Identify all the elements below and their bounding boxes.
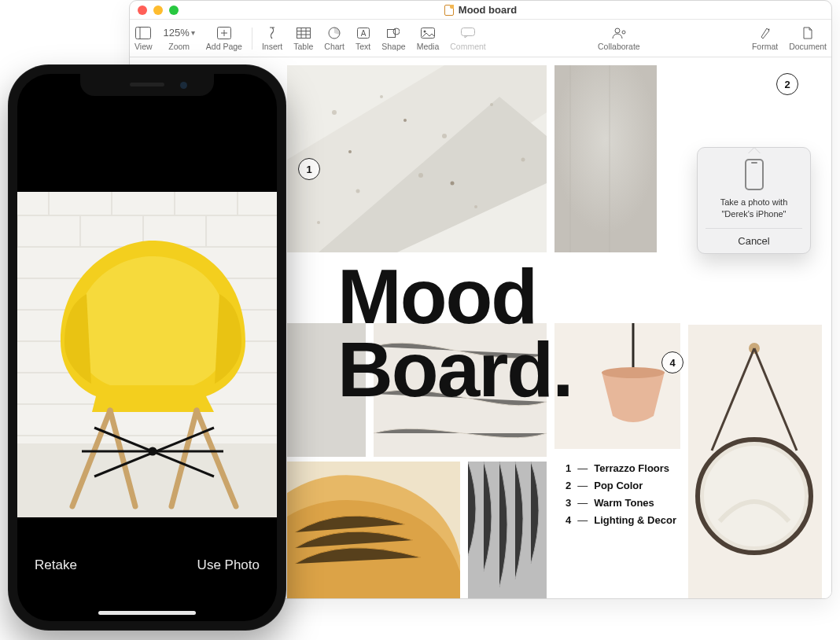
chart-icon bbox=[328, 26, 341, 40]
text-label: Text bbox=[356, 42, 370, 51]
svg-point-27 bbox=[490, 103, 493, 106]
comment-label: Comment bbox=[450, 42, 486, 51]
retake-button[interactable]: Retake bbox=[35, 557, 77, 573]
table-button[interactable]: Table bbox=[293, 26, 313, 51]
format-button[interactable]: Format bbox=[752, 26, 778, 51]
zoom-label: Zoom bbox=[168, 42, 190, 51]
svg-point-33 bbox=[403, 119, 407, 122]
svg-point-51 bbox=[704, 446, 805, 546]
svg-point-34 bbox=[451, 182, 455, 186]
svg-point-16 bbox=[423, 30, 426, 32]
collaborate-icon bbox=[611, 26, 627, 40]
media-button[interactable]: Media bbox=[417, 26, 440, 51]
home-indicator[interactable] bbox=[98, 611, 196, 615]
shape-label: Shape bbox=[381, 42, 405, 51]
svg-rect-5 bbox=[297, 28, 310, 38]
phone-outline-icon bbox=[745, 159, 764, 190]
svg-point-18 bbox=[615, 28, 620, 33]
image-fur bbox=[468, 462, 547, 598]
shape-icon bbox=[387, 26, 400, 40]
comment-icon bbox=[461, 26, 475, 40]
svg-point-14 bbox=[393, 28, 400, 35]
format-icon bbox=[759, 26, 772, 40]
headline-line1: Mood bbox=[337, 260, 572, 333]
image-mirror bbox=[688, 325, 822, 598]
zoom-button[interactable]: 125% ▾ Zoom bbox=[164, 26, 195, 51]
format-label: Format bbox=[752, 42, 778, 51]
add-page-icon bbox=[217, 26, 231, 40]
text-button[interactable]: A Text bbox=[356, 26, 370, 51]
svg-point-32 bbox=[317, 221, 320, 224]
svg-point-20 bbox=[768, 28, 769, 30]
legend-row: 1—Terrazzo Floors bbox=[566, 460, 676, 477]
insert-label: Insert bbox=[262, 42, 282, 51]
svg-point-46 bbox=[602, 367, 665, 378]
sidebar-icon bbox=[135, 26, 151, 40]
iphone-screen: Retake Use Photo bbox=[17, 74, 277, 621]
legend: 1—Terrazzo Floors 2—Pop Color 3—Warm Ton… bbox=[566, 460, 676, 529]
popover-cancel-button[interactable]: Cancel bbox=[706, 228, 802, 247]
document-label: Document bbox=[789, 42, 827, 51]
svg-rect-17 bbox=[462, 28, 475, 35]
headline-line2: Board. bbox=[337, 333, 572, 406]
svg-point-31 bbox=[521, 158, 525, 162]
document-file-icon bbox=[444, 5, 454, 16]
use-photo-button[interactable]: Use Photo bbox=[197, 557, 260, 573]
svg-point-35 bbox=[348, 150, 352, 153]
collaborate-button[interactable]: Collaborate bbox=[598, 26, 640, 51]
image-concrete bbox=[554, 65, 657, 252]
legend-row: 4—Lighting & Decor bbox=[566, 512, 676, 529]
svg-point-28 bbox=[356, 189, 360, 193]
add-page-label: Add Page bbox=[206, 42, 242, 51]
chevron-down-icon: ▾ bbox=[191, 28, 195, 37]
document-icon bbox=[802, 26, 813, 40]
iphone-notch bbox=[80, 74, 214, 96]
toolbar-separator bbox=[252, 28, 252, 50]
chart-button[interactable]: Chart bbox=[324, 26, 344, 51]
svg-point-25 bbox=[380, 95, 383, 98]
popover-line2: "Derek's iPhone" bbox=[706, 208, 802, 220]
svg-point-26 bbox=[442, 134, 447, 138]
table-label: Table bbox=[293, 42, 313, 51]
svg-point-29 bbox=[418, 173, 423, 178]
camera-bottom-bar: Retake Use Photo bbox=[17, 527, 277, 621]
popover-line1: Take a photo with bbox=[706, 197, 802, 208]
window-title: Mood board bbox=[459, 4, 517, 16]
svg-rect-0 bbox=[136, 27, 151, 39]
legend-row: 2—Pop Color bbox=[566, 477, 676, 495]
media-icon bbox=[421, 26, 435, 40]
svg-text:A: A bbox=[360, 29, 366, 38]
table-icon bbox=[297, 26, 311, 40]
view-label: View bbox=[134, 42, 153, 51]
callout-4: 4 bbox=[661, 351, 683, 373]
svg-point-74 bbox=[149, 448, 156, 454]
chart-label: Chart bbox=[324, 42, 344, 51]
document-button[interactable]: Document bbox=[789, 26, 827, 51]
iphone-device: Retake Use Photo bbox=[8, 64, 286, 631]
shape-button[interactable]: Shape bbox=[381, 26, 405, 51]
text-icon: A bbox=[357, 26, 370, 40]
legend-row: 3—Warm Tones bbox=[566, 495, 676, 512]
view-button[interactable]: View bbox=[134, 26, 153, 51]
insert-button[interactable]: Insert bbox=[262, 26, 282, 51]
svg-point-24 bbox=[332, 110, 337, 115]
image-sofa bbox=[287, 462, 460, 598]
continuity-camera-popover: Take a photo with "Derek's iPhone" Cance… bbox=[697, 147, 811, 254]
toolbar: View 125% ▾ Zoom Add Page Insert bbox=[130, 20, 831, 57]
add-page-button[interactable]: Add Page bbox=[206, 26, 242, 51]
svg-point-19 bbox=[622, 31, 625, 34]
collaborate-label: Collaborate bbox=[598, 42, 640, 51]
media-label: Media bbox=[417, 42, 440, 51]
callout-2: 2 bbox=[776, 73, 798, 95]
callout-1: 1 bbox=[298, 158, 320, 180]
image-lamp bbox=[554, 323, 680, 449]
camera-preview bbox=[17, 192, 277, 517]
image-terrazzo bbox=[287, 65, 547, 252]
zoom-value: 125% bbox=[164, 27, 190, 39]
insert-icon bbox=[267, 26, 278, 40]
svg-point-30 bbox=[474, 205, 477, 208]
titlebar: Mood board bbox=[130, 1, 831, 20]
headline: Mood Board. bbox=[337, 260, 572, 406]
comment-button[interactable]: Comment bbox=[450, 26, 486, 51]
